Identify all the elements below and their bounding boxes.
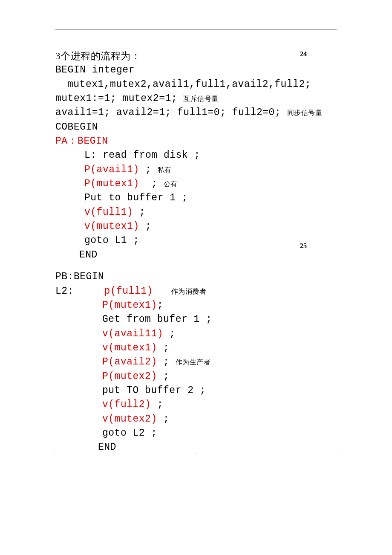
code-line: COBEGIN	[55, 120, 337, 134]
content-area: 3个进程的流程为： BEGIN integer mutex1,mutex2,av…	[55, 49, 337, 455]
code-text: ;	[145, 178, 164, 189]
code-text: ;	[157, 399, 163, 410]
code-text-red: v(mutex1)	[102, 342, 163, 353]
code-line: goto L1 ;	[55, 234, 337, 248]
code-line: mutex1:=1; mutex2=1; 互斥信号量	[55, 92, 337, 106]
code-line: v(mutex2) ;	[55, 412, 337, 426]
code-line: P(mutex1);	[55, 298, 337, 312]
code-line: mutex1,mutex2,avail1,full1,avail2,full2;	[55, 78, 337, 92]
code-line: PB:BEGIN	[55, 270, 337, 284]
code-text: mutex1:=1; mutex2=1;	[55, 93, 183, 104]
document-page: 24 25 3个进程的流程为： BEGIN integer mutex1,mut…	[0, 0, 392, 480]
code-text: ;	[163, 342, 169, 353]
code-text-red: v(full2)	[102, 399, 157, 410]
footer-dot: .	[336, 450, 337, 455]
code-text: ;	[139, 207, 145, 218]
code-text: ;	[145, 221, 151, 232]
code-line: put TO buffer 2 ;	[55, 384, 337, 398]
code-text-red: v(mutex2)	[102, 413, 163, 425]
footer-marks: . . .	[55, 450, 337, 455]
code-line: P(avail1) ; 私有	[55, 163, 337, 177]
code-line: P(mutex2) ;	[55, 370, 337, 384]
annotation: 互斥信号量	[183, 95, 219, 102]
code-text: ;	[163, 413, 169, 425]
code-text-red: P(mutex2)	[102, 371, 163, 382]
code-text-red: p(full1)	[104, 286, 153, 297]
code-line: END	[55, 248, 337, 262]
footer-dot: .	[55, 450, 57, 455]
code-text-red: P(avail1)	[84, 164, 145, 175]
code-text-red: v(mutex1)	[84, 221, 145, 232]
code-text: ;	[163, 371, 169, 382]
code-text: ;	[163, 356, 176, 367]
page-number-25: 25	[300, 242, 307, 250]
annotation: 同步信号量	[287, 109, 323, 116]
code-text: avail1=1; avail2=1; full1=0; full2=0;	[55, 107, 287, 118]
code-line: Get from bufer 1 ;	[55, 312, 337, 327]
annotation: 作为生产者	[176, 358, 211, 366]
code-text-red: P(mutex1)	[84, 178, 145, 189]
block-gap	[55, 262, 337, 270]
code-text-red: v(full1)	[84, 207, 139, 218]
code-line: P(mutex1) ; 公有	[55, 177, 337, 191]
code-line: goto L2 ;	[55, 426, 337, 440]
code-line: v(avail11) ;	[55, 327, 337, 341]
code-text: L2:	[55, 286, 104, 297]
code-text: ;	[169, 328, 175, 339]
code-text	[153, 286, 171, 297]
code-line: v(full1) ;	[55, 205, 337, 220]
code-line: L: read from disk ;	[55, 148, 337, 162]
heading-line: 3个进程的流程为：	[55, 49, 337, 63]
code-line: v(full2) ;	[55, 398, 337, 412]
page-number-24: 24	[300, 50, 307, 58]
code-text-red: P(avail2)	[102, 356, 163, 367]
code-text: ;	[157, 300, 163, 311]
annotation: 私有	[158, 166, 172, 173]
code-line: P(avail2) ; 作为生产者	[55, 355, 337, 369]
footer-dot: .	[196, 450, 197, 455]
code-line: BEGIN integer	[55, 63, 337, 77]
code-line: Put to buffer 1 ;	[55, 191, 337, 205]
code-text-red: v(avail11)	[102, 328, 169, 339]
code-line: L2: p(full1) 作为消费者	[55, 284, 337, 298]
header-rule	[55, 29, 337, 29]
code-text-red: P(mutex1)	[102, 300, 157, 311]
annotation: 作为消费者	[171, 288, 207, 295]
code-line: v(mutex1) ;	[55, 341, 337, 355]
code-text: ;	[145, 164, 158, 175]
annotation: 公有	[164, 180, 178, 188]
code-line-red: PA：BEGIN	[55, 134, 337, 148]
code-line: v(mutex1) ;	[55, 220, 337, 234]
code-line: avail1=1; avail2=1; full1=0; full2=0; 同步…	[55, 106, 337, 120]
